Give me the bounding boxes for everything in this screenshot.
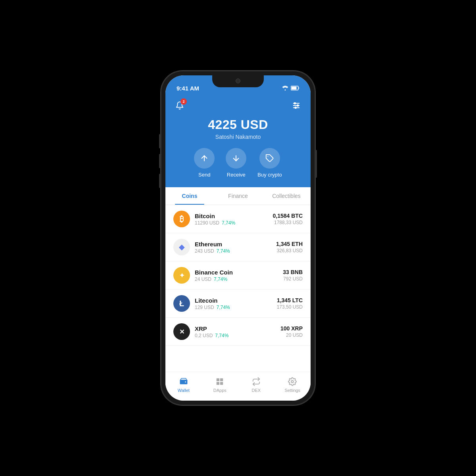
gear-icon (288, 377, 297, 386)
nav-dex[interactable]: DEX (238, 375, 274, 393)
dex-icon (251, 377, 261, 386)
bnb-usd: 792 USD (283, 276, 303, 282)
coin-list: ₿ Bitcoin 11290 USD 7,74% 0,1584 BTC 178… (165, 205, 311, 372)
ltc-price-row: 129 USD 7,74% (195, 305, 277, 310)
bnb-logo: ✦ (173, 267, 190, 284)
btc-info: Bitcoin 11290 USD 7,74% (195, 213, 273, 226)
nav-dapps[interactable]: DApps (202, 375, 238, 393)
ltc-info: Litecoin 129 USD 7,74% (195, 297, 277, 310)
send-icon-circle (194, 148, 215, 169)
bnb-price: 24 USD (195, 276, 211, 282)
btc-amount: 0,1584 BTC (273, 213, 303, 219)
dex-nav-label: DEX (251, 388, 261, 393)
phone-frame: 9:41 AM (161, 71, 315, 405)
ltc-logo: Ł (173, 295, 190, 312)
xrp-amount: 100 XRP (280, 325, 303, 332)
eth-balance: 1,345 ETH 326,83 USD (276, 241, 303, 253)
list-item-ltc[interactable]: Ł Litecoin 129 USD 7,74% 1,345 LTC 173,5… (165, 290, 311, 318)
svg-rect-15 (220, 382, 223, 385)
status-icons (282, 86, 299, 90)
ltc-amount: 1,345 LTC (277, 297, 303, 303)
bnb-amount: 33 BNB (283, 269, 303, 275)
svg-point-5 (297, 105, 299, 106)
notch (212, 75, 264, 87)
btc-name: Bitcoin (195, 213, 273, 219)
receive-icon-circle (226, 148, 246, 169)
list-item-bnb[interactable]: ✦ Binance Coin 24 USD 7,74% 33 BNB 792 U… (165, 261, 311, 290)
ltc-change: 7,74% (217, 305, 230, 310)
bnb-price-row: 24 USD 7,74% (195, 276, 283, 282)
sliders-icon (292, 101, 301, 110)
send-button[interactable]: Send (194, 148, 215, 178)
bnb-change: 7,74% (214, 276, 227, 282)
buy-crypto-label: Buy crypto (257, 172, 282, 178)
svg-point-7 (295, 107, 296, 109)
svg-rect-14 (217, 382, 219, 385)
xrp-change: 7,74% (215, 333, 228, 338)
wallet-icon (179, 377, 188, 386)
ltc-balance: 1,345 LTC 173,50 USD (277, 297, 303, 310)
list-item-xrp[interactable]: ✕ XRP 0,2 USD 7,74% 100 XRP 20 USD (165, 318, 311, 346)
filter-settings-button[interactable] (290, 99, 303, 112)
nav-wallet[interactable]: Wallet (165, 375, 202, 393)
phone-screen: 9:41 AM (165, 75, 311, 401)
list-item-btc[interactable]: ₿ Bitcoin 11290 USD 7,74% 0,1584 BTC 178… (165, 205, 311, 233)
eth-name: Ethereum (195, 241, 276, 248)
btc-balance: 0,1584 BTC 1788,33 USD (273, 213, 303, 225)
nav-settings[interactable]: Settings (274, 375, 311, 393)
eth-price-row: 243 USD 7,74% (195, 248, 276, 254)
settings-nav-icon (288, 377, 297, 386)
settings-nav-label: Settings (284, 388, 300, 393)
send-label: Send (198, 172, 210, 178)
svg-point-3 (294, 103, 296, 104)
svg-point-16 (292, 380, 294, 383)
notification-badge: 2 (180, 98, 187, 105)
wallet-nav-label: Wallet (178, 388, 190, 393)
tag-icon (265, 154, 274, 163)
btc-usd: 1788,33 USD (273, 220, 303, 225)
arrows-exchange-icon (252, 377, 261, 386)
svg-rect-12 (217, 378, 219, 381)
hero-top-bar: 2 (173, 99, 303, 112)
bnb-info: Binance Coin 24 USD 7,74% (195, 269, 283, 282)
ltc-usd: 173,50 USD (277, 304, 303, 310)
receive-arrow-down-icon (232, 154, 240, 163)
svg-rect-1 (292, 87, 297, 90)
tab-finance[interactable]: Finance (214, 187, 262, 205)
ltc-price: 129 USD (195, 305, 214, 310)
buy-crypto-button[interactable]: Buy crypto (257, 148, 282, 178)
btc-change: 7,74% (222, 220, 235, 226)
battery-icon (291, 86, 299, 90)
receive-button[interactable]: Receive (226, 148, 246, 178)
user-name: Satoshi Nakamoto (215, 134, 261, 140)
xrp-usd: 20 USD (280, 332, 303, 338)
receive-label: Receive (227, 172, 246, 178)
xrp-price-row: 0,2 USD 7,74% (195, 333, 280, 338)
balance-amount: 4225 USD (208, 117, 268, 132)
status-time: 9:41 AM (177, 85, 199, 92)
xrp-balance: 100 XRP 20 USD (280, 325, 303, 338)
grid-icon (215, 377, 224, 386)
eth-logo: ◆ (173, 239, 190, 255)
xrp-price: 0,2 USD (195, 333, 213, 338)
ltc-name: Litecoin (195, 297, 277, 304)
bnb-name: Binance Coin (195, 269, 283, 276)
send-arrow-up-icon (200, 154, 209, 163)
eth-usd: 326,83 USD (276, 248, 303, 253)
tab-collectibles[interactable]: Collectibles (262, 187, 311, 205)
dapps-icon (215, 377, 225, 386)
tab-coins[interactable]: Coins (165, 187, 214, 205)
dapps-nav-label: DApps (213, 388, 226, 393)
notification-button[interactable]: 2 (173, 99, 186, 112)
tabs-bar: Coins Finance Collectibles (165, 187, 311, 205)
bottom-nav: Wallet DApps (165, 372, 311, 401)
svg-rect-13 (220, 378, 223, 381)
list-item-eth[interactable]: ◆ Ethereum 243 USD 7,74% 1,345 ETH 326,8… (165, 233, 311, 261)
xrp-name: XRP (195, 325, 280, 332)
btc-logo: ₿ (173, 211, 190, 227)
bnb-balance: 33 BNB 792 USD (283, 269, 303, 282)
eth-price: 243 USD (195, 248, 214, 254)
btc-price-row: 11290 USD 7,74% (195, 220, 273, 226)
wifi-icon (282, 86, 288, 90)
btc-price: 11290 USD (195, 220, 219, 226)
